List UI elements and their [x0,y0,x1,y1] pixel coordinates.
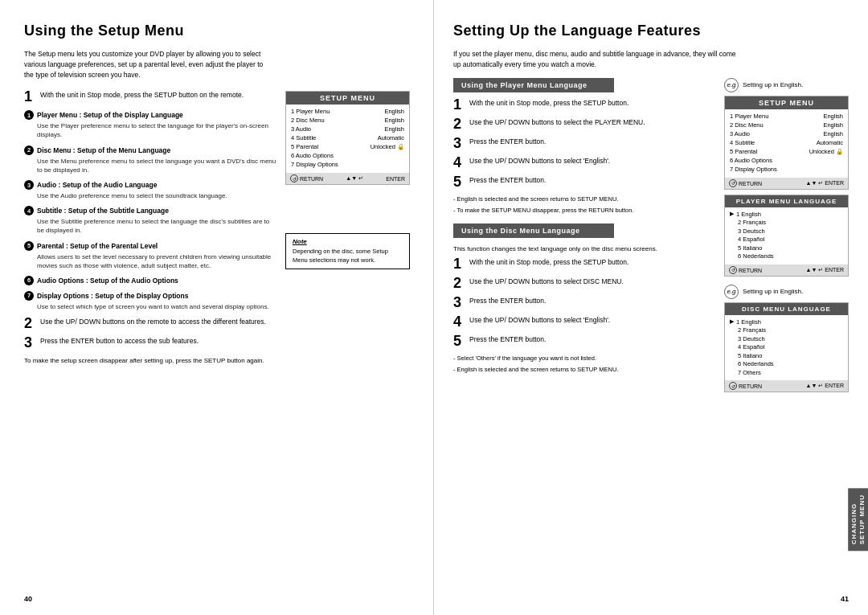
sub-item-5-desc: Allows users to set the level necessary … [37,252,277,270]
right-setup-menu-body: 1 Player MenuEnglish 2 Disc MenuEnglish … [725,109,848,178]
note-text: Depending on the disc, some Setup Menu s… [293,248,403,264]
sub-item-audio-options: 6 Audio Options : Setup of the Audio Opt… [24,276,277,285]
s2-step-3: 3 Press the ENTER button. [453,297,714,310]
s2-step-1-num: 1 [453,256,465,271]
step-1-row: 1 With the unit in Stop mode, press the … [24,91,277,104]
disc-lang-item-4: 4 Español [730,343,843,351]
section1-steps: 1 With the unit in Stop mode, press the … [453,99,714,215]
r-menu-row-7: 7 Display Options [730,166,843,173]
eg-label-1: e.g Setting up in English. [724,78,849,92]
r-return-icon: ↺ RETURN [729,179,762,187]
sub-item-4-desc: Use the Subtitle preference menu to sele… [37,217,277,235]
side-tab: CHANGINGSETUP MENU [848,488,868,551]
right-setup-menu-diagram: Setup Menu 1 Player MenuEnglish 2 Disc M… [724,96,849,190]
player-lang-footer: ↺ RETURN ▲▼ ↵ ENTER [725,264,848,276]
sub-item-display-options: 7 Display Options : Setup of the Display… [24,291,277,311]
eg-badge-1: e.g [724,78,739,92]
left-page-title: Using the Setup Menu [24,23,414,39]
sub-item-subtitle: 4 Subtitle : Setup of the Subtitle Langu… [24,206,277,235]
footer-note: To make the setup screen disappear after… [24,356,277,365]
sub-item-3-desc: Use the Audio preference menu to select … [37,191,277,200]
s2-note-2: English is selected and the screen retur… [453,366,714,375]
s1-step-1-text: With the unit in Stop mode, press the SE… [469,99,714,109]
audio-options-label: Audio Options : Setup of the Audio Optio… [37,277,178,285]
right-intro: If you set the player menu, disc menu, a… [453,49,743,70]
s2-step-5: 5 Press the ENTER button. [453,335,714,348]
step-1-text: With the unit in Stop mode, press the SE… [40,91,277,100]
menu-row-6: 6 Audio Options [291,152,404,159]
menu-row-3: 3 AudioEnglish [291,125,404,133]
r-menu-row-5: 5 ParentalUnlocked 🔒 [730,148,843,155]
display-options-label: Display Options : Setup of the Display O… [37,292,188,300]
note-box: Note Depending on the disc, some Setup M… [285,233,410,269]
left-main-content: 1 With the unit in Stop mode, press the … [24,91,414,365]
section2-header: Using the Disc Menu Language [453,223,614,238]
right-page-title: Setting Up the Language Features [453,23,849,39]
sub-item-3-title: 3 Audio : Setup of the Audio Language [24,180,277,190]
left-diagram-area: Setup Menu 1 Player MenuEnglish 2 Disc M… [285,91,414,365]
lang-item-5: 5 Italiano [730,244,843,252]
s1-note-1: English is selected and the screen retur… [453,195,714,204]
menu-row-7: 7 Display Options [291,161,404,168]
sub-item-audio: 3 Audio : Setup of the Audio Language Us… [24,180,277,200]
left-page: Using the Setup Menu The Setup menu lets… [0,0,434,615]
enter-label: ENTER [386,176,405,182]
pl-return: ↺ RETURN [729,266,762,274]
setup-menu-body: 1 Player MenuEnglish 2 Disc MenuEnglish … [286,105,409,173]
right-main-layout: Using the Player Menu Language 1 With th… [453,78,849,400]
r-nav-arrows: ▲▼ ↵ ENTER [806,180,844,187]
disc-lang-item-2: 2 Français [730,326,843,334]
step-3-text: Press the ENTER button to access the sub… [40,337,277,346]
sub-item-1-desc: Use the Player preference menu to select… [37,121,277,139]
menu-row-4: 4 SubtitleAutomatic [291,134,404,141]
pl-nav: ▲▼ ↵ ENTER [806,267,844,273]
note-title: Note [293,238,403,245]
disc-menu-lang-body: ▶ 1 English 2 Français 3 Deutsch [725,315,848,381]
r-menu-row-2: 2 Disc MenuEnglish [730,121,843,129]
play-arrow-1: ▶ [730,211,734,217]
disc-lang-item-6: 6 Nederlands [730,360,843,367]
s2-step-5-text: Press the ENTER button. [469,335,714,345]
disc-menu-lang-footer: ↺ RETURN ▲▼ ↵ ENTER [725,380,848,392]
s2-step-2: 2 Use the UP/ DOWN buttons to select DIS… [453,277,714,290]
disc-menu-lang-header: Disc Menu Language [725,303,848,315]
disc-menu-label: Disc Menu : Setup of the Menu Language [37,146,170,154]
lang-item-3: 3 Deutsch [730,228,843,235]
return-btn: ↺ RETURN [290,174,323,182]
section2-steps: 1 With the unit in Stop mode, press the … [453,258,714,375]
audio-label: Audio : Setup of the Audio Language [37,181,157,189]
page-number-right: 41 [841,595,849,603]
right-setup-menu-header: Setup Menu [725,96,848,109]
step-3-row: 3 Press the ENTER button to access the s… [24,337,277,350]
step-1-number: 1 [24,89,35,104]
setup-menu-header: Setup Menu [286,92,409,105]
disc-lang-item-7: 7 Others [730,369,843,376]
lang-item-2: 2 Français [730,219,843,226]
s2-note-1: Select 'Others' if the language you want… [453,355,714,363]
circle-num-2: 2 [24,146,34,155]
s1-note-2: To make the SETUP MENU disappear, press … [453,207,714,215]
sub-item-1-title: 1 Player Menu : Setup of the Display Lan… [24,110,277,120]
s1-step-5-num: 5 [453,174,465,189]
sub-item-player-menu: 1 Player Menu : Setup of the Display Lan… [24,110,277,139]
menu-row-1: 1 Player MenuEnglish [291,108,404,115]
player-lang-menu-body: ▶ 1 English 2 Français 3 Deutsch [725,207,848,264]
r-menu-row-4: 4 SubtitleAutomatic [730,139,843,146]
sub-item-7-title: 7 Display Options : Setup of the Display… [24,291,277,301]
r-menu-row-3: 3 AudioEnglish [730,130,843,137]
lang-item-4: 4 Español [730,236,843,243]
s1-step-1-num: 1 [453,97,465,112]
sub-item-5-title: 5 Parental : Setup of the Parental Level [24,241,277,251]
section1-header: Using the Player Menu Language [453,78,614,92]
menu-row-2: 2 Disc MenuEnglish [291,117,404,124]
lang-item-1: ▶ 1 English [730,211,843,218]
lang-item-6: 6 Nederlands [730,252,843,260]
sub-item-4-title: 4 Subtitle : Setup of the Subtitle Langu… [24,206,277,215]
disc-lang-item-3: 3 Deutsch [730,335,843,342]
s2-step-4-num: 4 [453,314,465,329]
sub-item-6-title: 6 Audio Options : Setup of the Audio Opt… [24,276,277,285]
player-lang-menu-diagram: Player Menu Language ▶ 1 English 2 Franç… [724,195,849,277]
s1-step-2-num: 2 [453,117,465,131]
s1-step-5: 5 Press the ENTER button. [453,176,714,189]
left-intro: The Setup menu lets you customize your D… [24,49,273,80]
